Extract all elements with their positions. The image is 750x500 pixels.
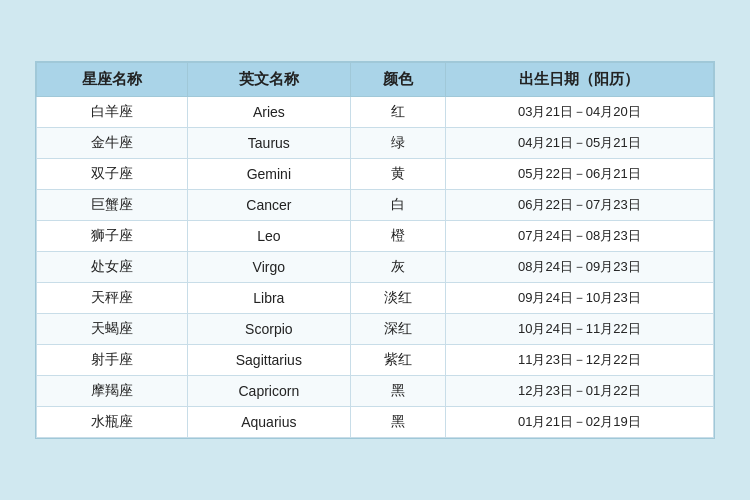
table-cell: 摩羯座 <box>37 376 188 407</box>
table-cell: 淡红 <box>350 283 445 314</box>
table-cell: 水瓶座 <box>37 407 188 438</box>
column-header: 英文名称 <box>188 63 351 97</box>
table-row: 巨蟹座Cancer白06月22日－07月23日 <box>37 190 714 221</box>
table-cell: 天蝎座 <box>37 314 188 345</box>
table-cell: Cancer <box>188 190 351 221</box>
zodiac-table-container: 星座名称英文名称颜色出生日期（阳历） 白羊座Aries红03月21日－04月20… <box>35 61 715 439</box>
table-cell: 金牛座 <box>37 128 188 159</box>
table-cell: 黑 <box>350 376 445 407</box>
table-cell: 黑 <box>350 407 445 438</box>
table-row: 双子座Gemini黄05月22日－06月21日 <box>37 159 714 190</box>
table-cell: 巨蟹座 <box>37 190 188 221</box>
table-cell: 射手座 <box>37 345 188 376</box>
table-cell: 双子座 <box>37 159 188 190</box>
table-cell: Sagittarius <box>188 345 351 376</box>
table-cell: Aries <box>188 97 351 128</box>
table-cell: Aquarius <box>188 407 351 438</box>
table-cell: 紫红 <box>350 345 445 376</box>
table-cell: Virgo <box>188 252 351 283</box>
table-cell: 深红 <box>350 314 445 345</box>
table-cell: 06月22日－07月23日 <box>445 190 713 221</box>
column-header: 出生日期（阳历） <box>445 63 713 97</box>
table-row: 射手座Sagittarius紫红11月23日－12月22日 <box>37 345 714 376</box>
table-cell: 狮子座 <box>37 221 188 252</box>
table-cell: Leo <box>188 221 351 252</box>
table-header-row: 星座名称英文名称颜色出生日期（阳历） <box>37 63 714 97</box>
table-cell: 03月21日－04月20日 <box>445 97 713 128</box>
zodiac-table: 星座名称英文名称颜色出生日期（阳历） 白羊座Aries红03月21日－04月20… <box>36 62 714 438</box>
table-cell: 11月23日－12月22日 <box>445 345 713 376</box>
column-header: 星座名称 <box>37 63 188 97</box>
table-cell: 07月24日－08月23日 <box>445 221 713 252</box>
table-cell: Scorpio <box>188 314 351 345</box>
table-cell: 09月24日－10月23日 <box>445 283 713 314</box>
table-cell: 绿 <box>350 128 445 159</box>
table-cell: 01月21日－02月19日 <box>445 407 713 438</box>
table-row: 白羊座Aries红03月21日－04月20日 <box>37 97 714 128</box>
table-cell: 天秤座 <box>37 283 188 314</box>
column-header: 颜色 <box>350 63 445 97</box>
table-cell: 10月24日－11月22日 <box>445 314 713 345</box>
table-cell: 处女座 <box>37 252 188 283</box>
table-row: 天秤座Libra淡红09月24日－10月23日 <box>37 283 714 314</box>
table-cell: Gemini <box>188 159 351 190</box>
table-cell: 灰 <box>350 252 445 283</box>
table-cell: Libra <box>188 283 351 314</box>
table-row: 水瓶座Aquarius黑01月21日－02月19日 <box>37 407 714 438</box>
table-cell: Capricorn <box>188 376 351 407</box>
table-row: 金牛座Taurus绿04月21日－05月21日 <box>37 128 714 159</box>
table-cell: 白羊座 <box>37 97 188 128</box>
table-cell: Taurus <box>188 128 351 159</box>
table-row: 摩羯座Capricorn黑12月23日－01月22日 <box>37 376 714 407</box>
table-cell: 04月21日－05月21日 <box>445 128 713 159</box>
table-row: 天蝎座Scorpio深红10月24日－11月22日 <box>37 314 714 345</box>
table-cell: 橙 <box>350 221 445 252</box>
table-cell: 黄 <box>350 159 445 190</box>
table-row: 处女座Virgo灰08月24日－09月23日 <box>37 252 714 283</box>
table-cell: 08月24日－09月23日 <box>445 252 713 283</box>
table-cell: 12月23日－01月22日 <box>445 376 713 407</box>
table-cell: 白 <box>350 190 445 221</box>
table-cell: 红 <box>350 97 445 128</box>
table-row: 狮子座Leo橙07月24日－08月23日 <box>37 221 714 252</box>
table-cell: 05月22日－06月21日 <box>445 159 713 190</box>
